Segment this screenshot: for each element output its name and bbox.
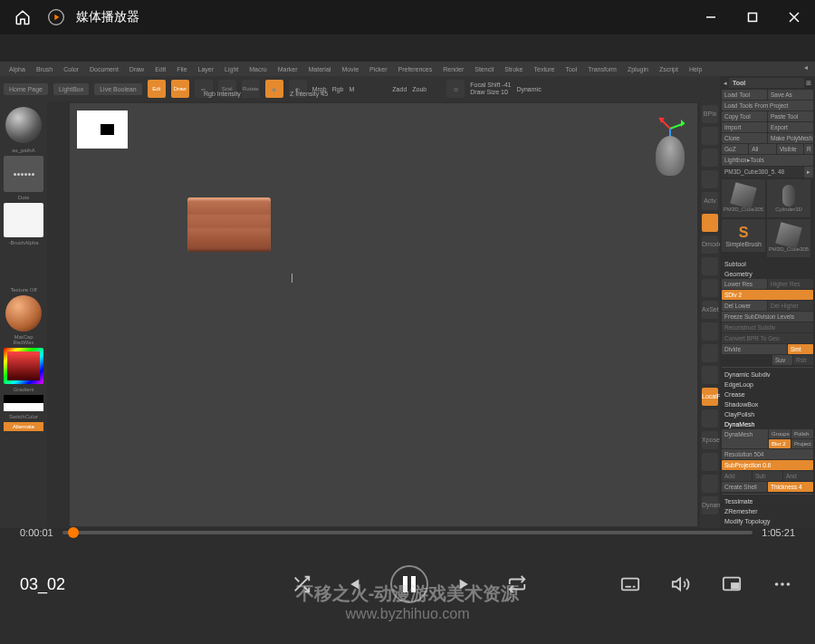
simple-brush-thumb[interactable]: SSimpleBrush [722,219,765,252]
switch-color[interactable] [4,395,43,411]
menu-zplugin[interactable]: Zplugin [628,66,648,72]
save-as-button[interactable]: Save As [768,90,813,100]
menu-light[interactable]: Light [225,66,238,72]
menu-stroke[interactable]: Stroke [504,66,523,72]
focal-icon[interactable]: ⊙ [446,80,465,98]
color-picker[interactable] [4,348,43,384]
menu-color[interactable]: Color [63,66,79,72]
pause-button[interactable] [390,565,428,603]
menu-help[interactable]: Help [689,66,702,72]
menu-document[interactable]: Document [90,66,119,72]
seek-track[interactable] [62,531,753,534]
mini-player-button[interactable] [719,572,744,597]
reference-thumbnail[interactable] [77,111,128,149]
z-intensity[interactable]: Z Intensity 45 [290,91,328,97]
dynamesh-header[interactable]: DynaMesh [722,419,813,429]
rtool-0[interactable]: BPix [702,105,718,123]
menu-alpha[interactable]: Alpha [9,66,25,72]
rtool-14[interactable] [702,409,718,428]
prev-button[interactable] [340,572,365,597]
rtool-1[interactable] [702,127,718,145]
viewport[interactable] [70,103,697,526]
tool-thumb-cube2[interactable]: PM3D_Cube305 [767,219,810,257]
rtool-9[interactable]: AxSet [702,301,718,319]
dynamic-label[interactable]: Dynamic [516,86,541,92]
texture-off[interactable] [4,248,43,284]
menu-render[interactable]: Render [443,66,464,72]
menu-brush[interactable]: Brush [36,66,53,72]
rtool-6[interactable]: Dmode [702,235,718,254]
brush-preview[interactable] [5,107,42,143]
rtool-11[interactable] [702,344,718,362]
lightbox-tools-button[interactable]: Lightbox▸Tools [722,155,813,166]
focal-shift[interactable]: Focal Shift -41 [470,82,511,89]
all-button[interactable]: All [749,144,775,154]
mesh-name[interactable]: PM3D_Cube300_5. 48 [722,167,803,178]
rtool-17[interactable] [702,475,718,493]
rtool-16[interactable] [702,453,718,471]
del-lower-button[interactable]: Del Lower [722,301,767,311]
rtool-5[interactable] [702,214,718,232]
m-label[interactable]: M [350,86,355,92]
visible-button[interactable]: Visible [777,144,803,154]
repeat-button[interactable] [504,572,530,597]
zadd-label[interactable]: Zadd [392,86,407,92]
paste-tool-button[interactable]: Paste Tool [768,111,813,121]
goz-button[interactable]: GoZ [722,144,748,154]
edit-mode-button[interactable]: Edt [148,80,166,98]
menu-marker[interactable]: Marker [278,66,298,72]
copy-tool-button[interactable]: Copy Tool [722,111,767,121]
menu-stencil[interactable]: Stencil [475,66,494,72]
load-project-button[interactable]: Load Tools From Project [722,101,813,111]
import-button[interactable]: Import [722,122,767,132]
minimize-button[interactable] [690,0,732,34]
menu-layer[interactable]: Layer [198,66,215,72]
next-button[interactable] [454,572,479,597]
lower-res-button[interactable]: Lower Res [722,279,767,289]
menu-macro[interactable]: Macro [249,66,266,72]
volume-button[interactable] [668,572,694,597]
freeze-subdiv-button[interactable]: Freeze SubDivision Levels [722,312,813,322]
rtool-12[interactable] [702,366,718,384]
tab-lightbox[interactable]: LightBox [53,83,89,95]
menu-tool[interactable]: Tool [565,66,577,72]
draw-mode-button[interactable]: Draw [171,80,189,98]
shuffle-button[interactable] [289,572,314,597]
clone-button[interactable]: Clone [722,133,767,143]
rgb-label[interactable]: Rgb [332,86,344,92]
menu-file[interactable]: File [177,66,187,72]
rtool-13[interactable]: LocalFB [702,388,718,406]
rtool-15[interactable]: Xpose [702,431,718,449]
seek-thumb[interactable] [68,527,79,538]
more-button[interactable] [770,572,795,597]
tab-home[interactable]: Home Page [4,83,48,95]
draw-size[interactable]: Draw Size 10 [470,89,511,96]
menu-material[interactable]: Material [308,66,331,72]
load-tool-button[interactable]: Load Tool [722,90,767,100]
menu-texture[interactable]: Texture [533,66,554,72]
stroke-dots[interactable] [4,156,43,192]
subtitle-button[interactable] [618,572,643,597]
rtool-10[interactable] [702,322,718,341]
rtool-4[interactable]: Actv [702,192,718,210]
menu-preferences[interactable]: Preferences [398,66,433,72]
menu-movie[interactable]: Movie [341,66,359,72]
rtool-8[interactable] [702,279,718,297]
rtool-7[interactable] [702,257,718,275]
brush-alpha[interactable] [4,203,43,237]
rotate-mode-button[interactable]: Rotate [242,80,260,98]
subprojection-slider[interactable]: SubProjection 0.6 [722,460,813,470]
menu-transform[interactable]: Transform [588,66,617,72]
menu-edit[interactable]: Edit [155,66,166,72]
menu-picker[interactable]: Picker [369,66,387,72]
rgb-intensity[interactable]: Rgb Intensity [204,91,241,97]
export-button[interactable]: Export [768,122,813,132]
tab-liveboolean[interactable]: Live Boolean [94,83,141,95]
make-polymesh-button[interactable]: Make PolyMesh3D [768,133,813,143]
tool-thumb-cylinder[interactable]: Cylinder3D [767,179,810,217]
dynamesh-button[interactable]: DynaMesh [722,429,768,448]
tool-thumb-cube[interactable]: PM3D_Cube305 [722,179,765,217]
maximize-button[interactable] [732,0,773,34]
material-preview[interactable] [5,295,42,332]
home-icon[interactable] [14,9,31,25]
